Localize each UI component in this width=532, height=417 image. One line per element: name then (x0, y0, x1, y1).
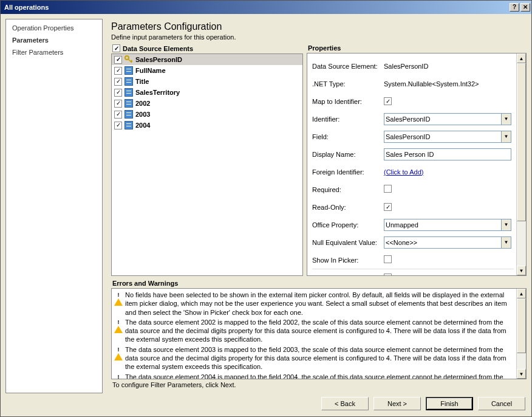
ds-item-2003[interactable]: 2003 (112, 109, 302, 120)
ds-item-checkbox[interactable] (114, 89, 122, 97)
errors-panel: No fields have been selected to be shown… (111, 288, 527, 379)
warning-item: The data source element 2003 is mapped t… (114, 345, 514, 371)
errors-list: No fields have been selected to be shown… (112, 289, 516, 379)
office-property-input[interactable] (384, 219, 511, 231)
prop-required: Required: (312, 181, 514, 198)
back-button[interactable]: < Back (321, 397, 369, 410)
warning-icon (114, 319, 123, 327)
warning-item: The data source element 2004 is mapped t… (114, 373, 514, 379)
help-button[interactable]: ? (510, 3, 519, 12)
show-in-picker-checkbox[interactable] (384, 255, 392, 263)
prop-map-to-identifier: Map to Identifier: (312, 92, 514, 110)
properties-scrollbar[interactable]: ▲ ▼ (516, 53, 526, 275)
column-icon (124, 77, 133, 86)
column-icon (124, 88, 133, 97)
prop-show-in-picker: Show In Picker: (312, 251, 514, 269)
dialog-window: All operations ? ✕ Operation Properties … (0, 0, 532, 417)
warning-item: No fields have been selected to be shown… (114, 291, 514, 317)
key-icon (124, 55, 133, 64)
columns: Data Source Elements SalesPersonID (111, 44, 527, 276)
dialog-body: Operation Properties Parameters Filter P… (1, 14, 531, 393)
close-button[interactable]: ✕ (520, 3, 530, 12)
ds-item-checkbox[interactable] (114, 67, 122, 75)
column-icon (124, 121, 133, 129)
ds-item-label: 2004 (135, 122, 150, 129)
chevron-down-icon[interactable]: ▼ (501, 131, 511, 142)
scroll-up-button[interactable]: ▲ (517, 289, 526, 298)
ds-item-salespersonid[interactable]: SalesPersonID (112, 54, 302, 65)
titlebar: All operations ? ✕ (1, 1, 531, 14)
ds-item-title[interactable]: Title (112, 76, 302, 87)
properties-inner: Data Source Element: SalesPersonID .NET … (307, 53, 516, 275)
prop-timestamp-field: Timestamp Field: (312, 269, 514, 275)
ds-select-all-checkbox[interactable] (112, 44, 120, 52)
page-subtitle: Define input parameters for this operati… (111, 33, 527, 41)
ds-header-row: Data Source Elements (111, 44, 303, 52)
errors-scrollbar[interactable]: ▲ ▼ (516, 289, 526, 379)
next-button[interactable]: Next > (373, 397, 421, 410)
timestamp-field-checkbox[interactable] (384, 274, 392, 276)
column-icon (124, 99, 133, 108)
ds-item-label: FullName (135, 67, 166, 74)
office-property-select[interactable]: ▼ (384, 219, 511, 231)
prop-field: Field: ▼ (312, 128, 514, 145)
ds-item-2004[interactable]: 2004 (112, 120, 302, 131)
ds-item-checkbox[interactable] (114, 122, 122, 129)
prop-null-equiv: Null Equivalent Value: ▼ (312, 233, 514, 251)
props-section-label: Properties (307, 44, 527, 52)
prop-net-type: .NET Type: System.Nullable<System.Int32> (312, 75, 514, 92)
ds-item-label: Title (135, 78, 149, 85)
identifier-select[interactable]: ▼ (384, 113, 511, 125)
scroll-down-button[interactable]: ▼ (517, 266, 526, 275)
cancel-button[interactable]: Cancel (478, 397, 525, 410)
column-icon (124, 66, 133, 75)
ds-item-label: 2003 (135, 111, 150, 118)
ds-item-label: SalesPersonID (135, 56, 182, 63)
finish-button[interactable]: Finish (426, 397, 473, 410)
ds-item-2002[interactable]: 2002 (112, 98, 302, 109)
required-checkbox[interactable] (384, 185, 392, 193)
ds-item-checkbox[interactable] (114, 56, 122, 64)
ds-item-salesterritory[interactable]: SalesTerritory (112, 87, 302, 98)
prop-display-name: Display Name: (312, 145, 514, 163)
sidebar: Operation Properties Parameters Filter P… (5, 19, 103, 393)
prop-identifier: Identifier: ▼ (312, 110, 514, 128)
ds-item-fullname[interactable]: FullName (112, 65, 302, 76)
warning-item: The data source element 2002 is mapped t… (114, 318, 514, 344)
sidebar-item-operation-properties[interactable]: Operation Properties (12, 24, 96, 32)
field-input[interactable] (384, 131, 511, 143)
chevron-down-icon[interactable]: ▼ (501, 114, 511, 125)
scroll-up-button[interactable]: ▲ (517, 53, 526, 63)
prop-office-property: Office Property: ▼ (312, 216, 514, 233)
hint-text: To configure Filter Parameters, click Ne… (112, 381, 527, 388)
ds-item-checkbox[interactable] (114, 78, 122, 86)
ds-list: SalesPersonID FullName Title (111, 53, 303, 276)
identifier-input[interactable] (384, 113, 511, 125)
field-select[interactable]: ▼ (384, 131, 511, 143)
readonly-checkbox[interactable] (384, 203, 392, 211)
prop-foreign-identifier: Foreign Identifier: (Click to Add) (312, 163, 514, 181)
chevron-down-icon[interactable]: ▼ (501, 219, 511, 230)
ds-item-checkbox[interactable] (114, 111, 122, 119)
data-source-column: Data Source Elements SalesPersonID (111, 44, 303, 276)
ds-item-checkbox[interactable] (114, 100, 122, 108)
warning-icon (114, 373, 123, 379)
sidebar-item-parameters[interactable]: Parameters (12, 36, 96, 44)
column-icon (124, 110, 133, 119)
map-to-identifier-checkbox[interactable] (384, 97, 392, 105)
button-bar: < Back Next > Finish Cancel (1, 393, 531, 416)
errors-section-label: Errors and Warnings (112, 280, 527, 287)
null-equiv-select[interactable]: ▼ (384, 236, 511, 249)
scroll-thumb[interactable] (517, 298, 526, 353)
ds-section-label: Data Source Elements (123, 45, 193, 52)
ds-item-label: 2002 (135, 100, 150, 107)
window-title: All operations (4, 4, 49, 11)
scroll-down-button[interactable]: ▼ (517, 369, 526, 379)
foreign-identifier-link[interactable]: (Click to Add) (384, 168, 423, 176)
scroll-thumb[interactable] (517, 63, 526, 221)
display-name-input[interactable] (384, 148, 511, 160)
chevron-down-icon[interactable]: ▼ (501, 237, 511, 248)
sidebar-item-filter-parameters[interactable]: Filter Parameters (12, 49, 96, 56)
null-equiv-input[interactable] (384, 236, 511, 249)
main-panel: Parameters Configuration Define input pa… (103, 19, 527, 393)
